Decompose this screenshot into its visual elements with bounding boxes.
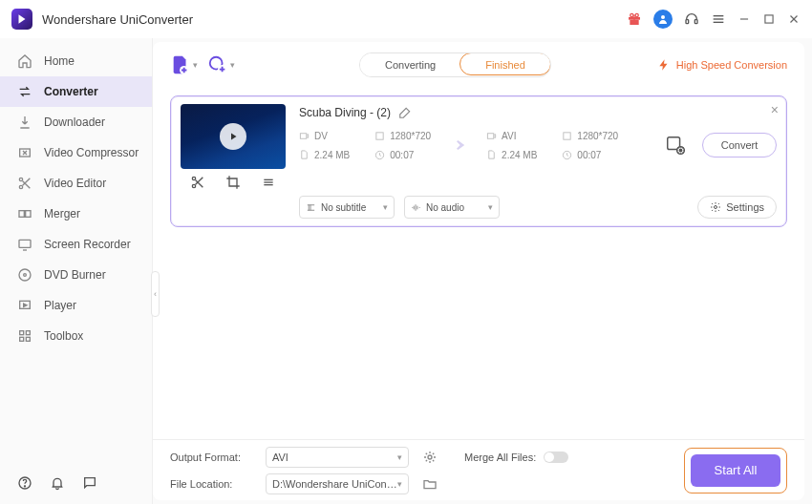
start-all-button[interactable]: Start All (691, 454, 780, 487)
merge-toggle[interactable] (544, 452, 568, 463)
subtitle-dropdown[interactable]: No subtitle ▾ (299, 196, 395, 219)
svg-rect-39 (376, 132, 383, 138)
video-thumbnail[interactable] (181, 104, 286, 169)
crop-icon[interactable] (225, 175, 241, 190)
titlebar: Wondershare UniConverter (0, 0, 812, 38)
card-close-button[interactable]: × (771, 102, 779, 117)
svg-point-16 (19, 178, 22, 180)
sidebar-item-label: Screen Recorder (44, 238, 131, 251)
settings-button[interactable]: Settings (697, 196, 777, 219)
add-url-button[interactable]: ▾ (207, 54, 235, 75)
svg-rect-12 (765, 15, 773, 23)
help-icon[interactable] (17, 475, 32, 491)
sidebar-item-dvd[interactable]: DVD Burner (0, 260, 152, 290)
svg-point-3 (630, 13, 633, 16)
open-folder-icon[interactable] (422, 476, 438, 492)
sidebar-item-label: Downloader (44, 116, 105, 129)
format-settings-icon[interactable] (422, 450, 438, 465)
chevron-down-icon: ▾ (488, 202, 493, 212)
tab-group: Converting Finished (359, 52, 551, 77)
audio-dropdown[interactable]: No audio ▾ (404, 196, 500, 219)
chevron-down-icon: ▾ (230, 60, 235, 70)
start-all-highlight: Start All (684, 448, 787, 494)
download-icon (17, 115, 32, 130)
svg-point-22 (24, 274, 27, 277)
chevron-down-icon: ▾ (193, 60, 198, 70)
svg-point-34 (193, 184, 196, 187)
headset-icon[interactable] (684, 11, 699, 27)
gift-icon[interactable] (627, 11, 642, 27)
sidebar-item-label: Video Editor (44, 177, 106, 190)
app-window: Wondershare UniConverter Home Converter (0, 0, 812, 504)
svg-point-48 (428, 455, 432, 459)
edit-title-icon[interactable] (398, 106, 412, 119)
sidebar-item-toolbox[interactable]: Toolbox (0, 321, 152, 351)
svg-point-33 (193, 177, 196, 179)
svg-rect-26 (20, 337, 24, 341)
sidebar-item-home[interactable]: Home (0, 46, 152, 76)
minimize-button[interactable] (737, 12, 751, 26)
svg-rect-19 (26, 211, 31, 218)
file-location-label: File Location: (170, 478, 252, 490)
sidebar-item-player[interactable]: Player (0, 290, 152, 321)
svg-rect-41 (487, 133, 493, 138)
sidebar-item-downloader[interactable]: Downloader (0, 107, 152, 137)
file-title: Scuba Diving - (2) (299, 106, 391, 119)
high-speed-link[interactable]: High Speed Conversion (657, 58, 787, 72)
svg-rect-27 (26, 337, 30, 341)
toolbox-icon (17, 328, 32, 344)
svg-rect-42 (564, 132, 570, 138)
svg-rect-2 (633, 14, 634, 25)
feedback-icon[interactable] (82, 475, 97, 491)
sidebar-item-converter[interactable]: Converter (0, 76, 152, 107)
trim-icon[interactable] (190, 175, 205, 190)
app-logo (11, 9, 32, 30)
player-icon (17, 298, 32, 313)
sidebar-collapse-button[interactable]: ‹ (151, 271, 160, 317)
sidebar-item-label: Home (44, 54, 75, 68)
source-specs: DV 1280*720 2.24 MB 00:07 (299, 127, 431, 163)
tab-finished[interactable]: Finished (459, 52, 551, 75)
chevron-down-icon: ▾ (397, 479, 402, 489)
more-icon[interactable] (261, 175, 276, 190)
home-icon (17, 53, 32, 69)
sidebar-item-label: Converter (44, 85, 98, 98)
svg-rect-20 (19, 240, 31, 247)
svg-rect-25 (26, 331, 30, 335)
svg-point-5 (661, 15, 665, 19)
titlebar-actions (627, 10, 801, 29)
recorder-icon (17, 237, 32, 252)
sidebar-item-merger[interactable]: Merger (0, 199, 152, 229)
sidebar-item-editor[interactable]: Video Editor (0, 168, 152, 199)
file-card: × (170, 95, 787, 227)
sidebar-item-compressor[interactable]: Video Compressor (0, 137, 152, 168)
merger-icon (17, 206, 32, 221)
scissors-icon (17, 176, 32, 191)
svg-rect-18 (19, 211, 24, 218)
app-title: Wondershare UniConverter (42, 12, 193, 27)
tab-converting[interactable]: Converting (360, 53, 460, 76)
maximize-button[interactable] (762, 12, 776, 26)
output-format-dropdown[interactable]: AVI ▾ (266, 447, 409, 468)
target-specs: AVI 1280*720 2.24 MB 00:07 (486, 127, 618, 163)
output-settings-icon[interactable] (664, 134, 687, 157)
svg-point-17 (19, 185, 22, 188)
add-file-button[interactable]: ▾ (170, 54, 198, 75)
bell-icon[interactable] (50, 475, 65, 491)
convert-button[interactable]: Convert (702, 133, 777, 158)
footer: Output Format: AVI ▾ Merge All Files: Fi… (153, 439, 804, 500)
converter-icon (17, 84, 32, 99)
content-area: × (153, 88, 804, 439)
svg-rect-24 (20, 331, 24, 335)
sidebar-footer (17, 475, 97, 491)
sidebar-item-recorder[interactable]: Screen Recorder (0, 229, 152, 260)
close-button[interactable] (787, 12, 801, 26)
svg-point-46 (679, 149, 681, 151)
menu-icon[interactable] (711, 11, 726, 27)
file-location-dropdown[interactable]: D:\Wondershare UniConverter ▾ (266, 473, 409, 494)
user-avatar-icon[interactable] (653, 10, 673, 29)
sidebar: Home Converter Downloader Video Compress… (0, 38, 153, 504)
sidebar-item-label: DVD Burner (44, 268, 106, 282)
svg-point-47 (715, 206, 717, 209)
toolbar: ▾ ▾ Converting Finished High Speed Conve… (153, 42, 804, 88)
